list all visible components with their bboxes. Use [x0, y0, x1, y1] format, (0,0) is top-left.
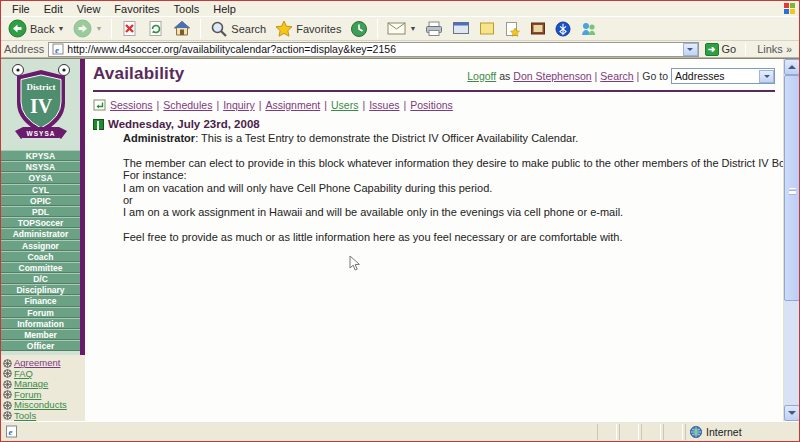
sidebar-item-d-c[interactable]: D/C — [1, 273, 80, 284]
sidebar-link-manage[interactable]: Manage — [14, 378, 48, 389]
sidebar-item-member[interactable]: Member — [1, 329, 80, 340]
link-sessions[interactable]: Sessions — [110, 99, 153, 111]
menu-bar: FileEditViewFavoritesToolsHelp — [1, 1, 799, 16]
back-button[interactable]: Back ▼ — [5, 18, 67, 39]
discuss-button[interactable] — [476, 20, 498, 37]
sidebar-link-row: Forum — [3, 389, 84, 400]
sidebar-item-disciplinary[interactable]: Disciplinary — [1, 284, 80, 295]
menu-item-help[interactable]: Help — [206, 3, 243, 15]
as-text: as — [499, 70, 510, 82]
entry-line: For instance: — [123, 169, 775, 181]
address-dropdown-button[interactable] — [683, 43, 698, 56]
internet-globe-icon — [690, 426, 702, 438]
sidebar-item-committee[interactable]: Committee — [1, 262, 80, 273]
logoff-link[interactable]: Logoff — [467, 70, 496, 82]
stop-button[interactable] — [118, 19, 141, 38]
section-icon — [93, 99, 106, 111]
sidebar-link-row: FAQ — [3, 368, 84, 379]
menu-item-view[interactable]: View — [70, 3, 108, 15]
print-button[interactable] — [422, 20, 446, 38]
entry-line — [123, 144, 775, 156]
link-inquiry[interactable]: Inquiry — [223, 99, 255, 111]
refresh-button[interactable] — [144, 19, 167, 38]
sidebar-item-information[interactable]: Information — [1, 318, 80, 329]
discuss-notes-icon — [479, 21, 495, 36]
msn-messenger-icon — [580, 21, 597, 37]
mail-dropdown-icon[interactable]: ▼ — [409, 25, 416, 32]
scroll-down-button[interactable] — [784, 405, 800, 421]
entry-body: The member can elect to provide in this … — [123, 144, 775, 243]
sidebar-link-tools[interactable]: Tools — [14, 410, 36, 421]
links-button[interactable]: Links » — [753, 43, 796, 55]
sidebar-link-misconducts[interactable]: Misconducts — [14, 399, 67, 410]
search-link[interactable]: Search — [600, 70, 633, 82]
back-icon — [8, 19, 27, 38]
sidebar-item-topsoccer[interactable]: TOPSoccer — [1, 217, 80, 228]
up-arrow-icon — [788, 61, 796, 69]
sidebar-item-opic[interactable]: OPIC — [1, 195, 80, 206]
link-schedules[interactable]: Schedules — [163, 99, 212, 111]
separator: | — [637, 70, 640, 82]
edit-button[interactable] — [449, 20, 473, 37]
sidebar-item-pdl[interactable]: PDL — [1, 206, 80, 217]
forward-button[interactable]: ▼ — [70, 18, 105, 39]
go-button[interactable]: ➜ Go — [703, 43, 739, 56]
messenger-page-button[interactable] — [501, 20, 524, 38]
sidebar-item-kpysa[interactable]: KPYSA — [1, 150, 80, 161]
bluetooth-button[interactable] — [552, 20, 574, 38]
entry-date: Wednesday, July 23rd, 2008 — [108, 118, 260, 130]
menu-item-edit[interactable]: Edit — [37, 3, 70, 15]
scrollbar-thumb[interactable] — [784, 75, 800, 301]
sidebar-item-coach[interactable]: Coach — [1, 251, 80, 262]
header-meta: Logoff as Don Stephenson | Search | Go t… — [467, 68, 775, 84]
vertical-scrollbar[interactable] — [783, 59, 799, 421]
sidebar-item-oysa[interactable]: OYSA — [1, 172, 80, 183]
link-positions[interactable]: Positions — [410, 99, 453, 111]
status-zone-label: Internet — [706, 426, 742, 438]
menu-item-file[interactable]: File — [5, 3, 37, 15]
forward-dropdown-icon[interactable]: ▼ — [95, 25, 102, 32]
mail-button[interactable]: ▼ — [384, 20, 419, 37]
entry-line: I am on vacation and will only have Cell… — [123, 182, 775, 194]
search-label: Search — [231, 23, 266, 35]
goto-selected-value: Addresses — [675, 70, 725, 82]
separator: | — [324, 99, 327, 111]
back-dropdown-icon[interactable]: ▼ — [57, 25, 64, 32]
link-users[interactable]: Users — [331, 99, 358, 111]
goto-dropdown-icon[interactable] — [759, 70, 774, 83]
svg-text:WSYSA: WSYSA — [26, 130, 55, 137]
history-button[interactable] — [347, 19, 371, 39]
msn-messenger-button[interactable] — [577, 20, 600, 38]
menu-item-favorites[interactable]: Favorites — [107, 3, 166, 15]
sidebar-item-officer[interactable]: Officer — [1, 340, 80, 351]
status-cell — [619, 424, 639, 440]
sidebar-item-cyl[interactable]: CYL — [1, 184, 80, 195]
link-assignment[interactable]: Assignment — [265, 99, 320, 111]
home-button[interactable] — [170, 19, 194, 38]
document-icon: e — [5, 425, 18, 438]
user-link[interactable]: Don Stephenson — [513, 70, 591, 82]
search-icon — [210, 20, 228, 38]
sidebar-item-administrator[interactable]: Administrator — [1, 228, 80, 239]
scroll-up-button[interactable] — [784, 59, 800, 75]
favorites-button[interactable]: Favorites — [272, 19, 344, 39]
svg-text:IV: IV — [29, 95, 52, 117]
sidebar-link-forum[interactable]: Forum — [14, 389, 41, 400]
sidebar-item-assignor[interactable]: Assignor — [1, 240, 80, 251]
sidebar-item-forum[interactable]: Forum — [1, 307, 80, 318]
sidebar: District IV WSYSA KPYSANSYSAOYSACYLOPICP… — [1, 59, 85, 421]
link-issues[interactable]: Issues — [369, 99, 399, 111]
goto-text: Go to — [642, 70, 668, 82]
menu-item-tools[interactable]: Tools — [167, 3, 207, 15]
research-button[interactable] — [527, 20, 549, 37]
search-button[interactable]: Search — [207, 19, 269, 39]
sidebar-link-faq[interactable]: FAQ — [14, 368, 33, 379]
sidebar-link-agreement[interactable]: Agreement — [14, 357, 60, 368]
stop-icon — [121, 20, 138, 37]
svg-text:e: e — [9, 427, 13, 437]
address-url: http://www.d4soccer.org/availabilitycale… — [67, 43, 679, 55]
sidebar-item-finance[interactable]: Finance — [1, 295, 80, 306]
address-input[interactable]: e http://www.d4soccer.org/availabilityca… — [48, 42, 698, 57]
goto-select[interactable]: Addresses — [671, 68, 775, 84]
sidebar-item-nsysa[interactable]: NSYSA — [1, 161, 80, 172]
